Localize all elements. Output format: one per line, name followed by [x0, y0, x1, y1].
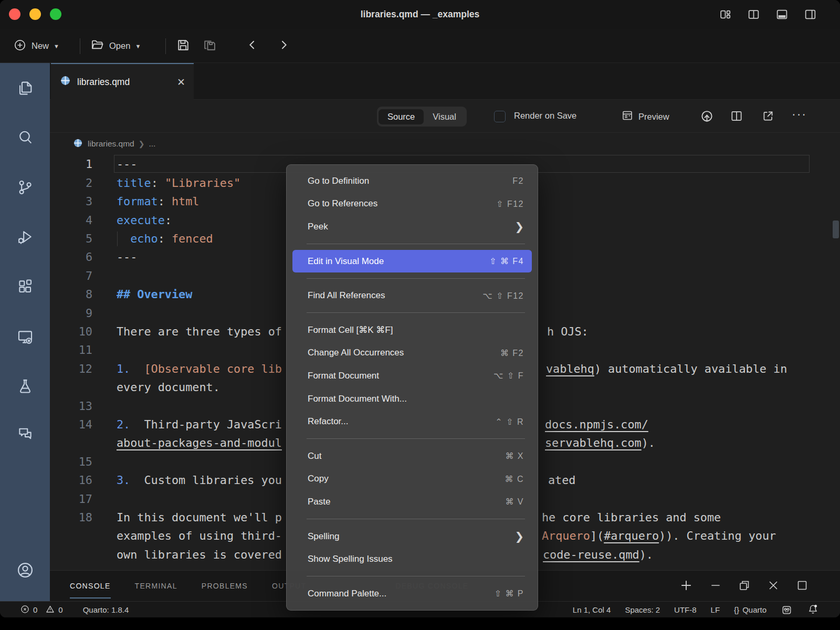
- remote-sessions-icon[interactable]: [0, 322, 50, 352]
- chevron-left-icon: [246, 38, 259, 54]
- menu-separator: [307, 312, 525, 313]
- problems-status[interactable]: 0 0: [20, 604, 63, 616]
- titlebar: libraries.qmd — _examples: [0, 0, 840, 29]
- menu-separator: [307, 576, 525, 576]
- quarto-file-icon: [72, 138, 83, 151]
- new-button[interactable]: New ▼: [13, 29, 59, 63]
- braces-icon: {}: [734, 605, 739, 614]
- comments-icon[interactable]: [0, 419, 50, 448]
- quarto-file-icon: [59, 75, 71, 89]
- menu-item-edit-in-visual-mode[interactable]: Edit in Visual Mode⇧ ⌘ F4: [292, 250, 532, 273]
- render-on-save-label: Render on Save: [514, 111, 576, 121]
- close-tab-icon[interactable]: ✕: [177, 76, 185, 88]
- scrollbar-thumb[interactable]: [833, 220, 839, 238]
- source-control-icon[interactable]: [0, 173, 50, 202]
- menu-separator: [307, 519, 525, 519]
- menu-item-peek[interactable]: Peek❯: [292, 215, 532, 238]
- window-title: libraries.qmd — _examples: [0, 0, 840, 29]
- chevron-down-icon: ▼: [54, 43, 59, 49]
- menu-item-spelling[interactable]: Spelling❯: [292, 525, 532, 548]
- minimize-panel-icon[interactable]: [709, 579, 722, 593]
- folder-open-icon: [90, 38, 104, 54]
- activity-bar: [0, 63, 50, 601]
- account-icon[interactable]: [0, 555, 50, 585]
- menu-item-refactor[interactable]: Refactor...⌃ ⇧ R: [292, 410, 532, 433]
- save-all-button[interactable]: [202, 29, 217, 63]
- menu-item-cut[interactable]: Cut⌘ X: [292, 445, 532, 468]
- source-visual-toggle: Source Visual: [377, 107, 467, 127]
- panel-tab-terminal[interactable]: TERMINAL: [135, 571, 177, 601]
- chevron-right-icon: [277, 38, 290, 54]
- menu-item-go-to-references[interactable]: Go to References⇧ F12: [292, 193, 532, 216]
- main-toolbar: New ▼ Open ▼ Search Python 3.12.1: [0, 29, 840, 63]
- navigate-back-button[interactable]: [246, 29, 259, 63]
- eol-status[interactable]: LF: [711, 605, 720, 614]
- navigate-forward-button[interactable]: [277, 29, 290, 63]
- close-panel-icon[interactable]: [767, 579, 780, 593]
- menu-item-copy[interactable]: Copy⌘ C: [292, 468, 532, 491]
- visual-mode-button[interactable]: Visual: [424, 109, 465, 124]
- save-all-icon: [202, 38, 217, 55]
- language-mode-status[interactable]: {} Quarto: [734, 605, 766, 614]
- menu-item-paste[interactable]: Paste⌘ V: [292, 490, 532, 513]
- explorer-icon[interactable]: [0, 74, 50, 103]
- encoding-status[interactable]: UTF-8: [674, 605, 697, 614]
- split-editor-layout-icon[interactable]: [747, 8, 760, 21]
- restore-panel-icon[interactable]: [738, 579, 751, 593]
- indentation-status[interactable]: Spaces: 2: [625, 605, 660, 614]
- plus-circle-icon: [13, 38, 27, 54]
- testing-icon[interactable]: [0, 372, 50, 401]
- render-on-save-checkbox[interactable]: [494, 111, 506, 122]
- menu-separator: [307, 438, 525, 439]
- toggle-panel-icon[interactable]: [775, 8, 789, 21]
- extensions-icon[interactable]: [0, 272, 50, 301]
- panel-tab-problems[interactable]: PROBLEMS: [202, 571, 248, 601]
- run-debug-icon[interactable]: [0, 222, 50, 251]
- menu-item-go-to-definition[interactable]: Go to DefinitionF2: [292, 170, 532, 193]
- menu-item-format-document-with[interactable]: Format Document With...: [292, 387, 532, 411]
- chevron-right-icon: ❯: [139, 140, 145, 148]
- feedback-icon[interactable]: [781, 604, 793, 616]
- split-editor-icon[interactable]: [730, 109, 743, 125]
- chevron-down-icon: ▼: [135, 43, 141, 49]
- warning-icon: [45, 604, 55, 616]
- menu-separator: [307, 244, 525, 244]
- panel-tab-console[interactable]: CONSOLE: [70, 571, 111, 601]
- source-mode-button[interactable]: Source: [379, 109, 424, 124]
- preview-icon: [621, 109, 634, 124]
- toggle-secondary-sidebar-icon[interactable]: [804, 8, 817, 21]
- menu-item-command-palette[interactable]: Command Palette...⇧ ⌘ P: [292, 582, 532, 605]
- open-button[interactable]: Open ▼: [90, 29, 141, 63]
- cursor-position-status[interactable]: Ln 1, Col 4: [573, 605, 611, 614]
- tab-strip: libraries.qmd ✕: [50, 63, 840, 100]
- open-external-icon[interactable]: [761, 109, 775, 125]
- render-document-icon[interactable]: [699, 109, 715, 127]
- menu-item-format-cell-k-f[interactable]: Format Cell [⌘K ⌘F]: [292, 319, 532, 342]
- menu-separator: [307, 278, 525, 279]
- maximize-panel-icon[interactable]: [796, 579, 808, 593]
- new-console-icon[interactable]: [679, 579, 693, 594]
- menu-item-format-document[interactable]: Format Document⌥ ⇧ F: [292, 364, 532, 387]
- menu-item-change-all-occurrences[interactable]: Change All Occurrences⌘ F2: [292, 342, 532, 365]
- error-icon: [20, 604, 30, 616]
- editor-actions-bar: Source Visual Render on Save Preview ···: [50, 100, 840, 133]
- preview-button[interactable]: Preview: [621, 109, 669, 124]
- tab-libraries-qmd[interactable]: libraries.qmd ✕: [51, 63, 194, 100]
- search-sidebar-icon[interactable]: [0, 123, 50, 152]
- menu-item-find-all-references[interactable]: Find All References⌥ ⇧ F12: [292, 284, 532, 307]
- save-button[interactable]: [176, 29, 191, 63]
- app-window: libraries.qmd — _examples New ▼ Open ▼: [0, 0, 840, 617]
- breadcrumb[interactable]: libraries.qmd ❯ ...: [50, 133, 840, 155]
- save-icon: [176, 38, 191, 55]
- context-menu: Go to DefinitionF2Go to References⇧ F12P…: [286, 164, 538, 611]
- more-actions-icon[interactable]: ···: [792, 107, 807, 121]
- menu-item-show-spelling-issues[interactable]: Show Spelling Issues: [292, 548, 532, 571]
- customize-layout-icon[interactable]: [719, 8, 732, 21]
- quarto-version-status[interactable]: Quarto: 1.8.4: [83, 605, 129, 614]
- notifications-bell-icon[interactable]: [807, 603, 819, 617]
